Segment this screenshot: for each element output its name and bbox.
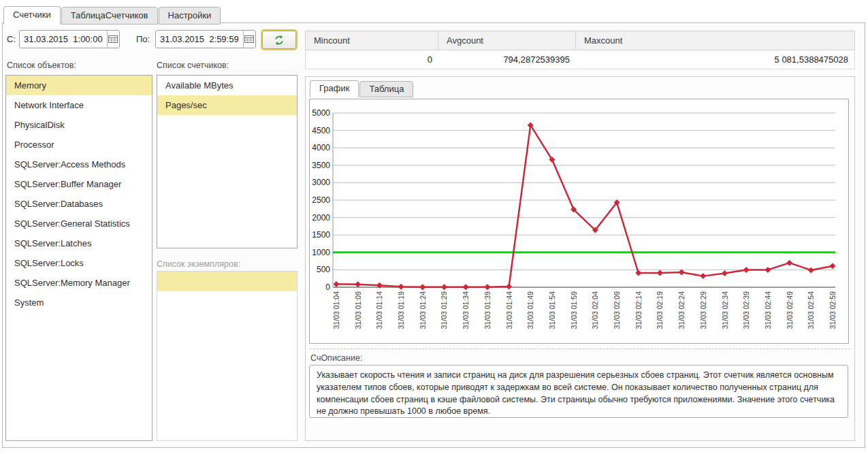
refresh-icon: [274, 35, 285, 46]
svg-text:5000: 5000: [312, 108, 330, 118]
stats-header-avgcount[interactable]: Avgcount: [438, 31, 576, 50]
description-label: СчОписание:: [310, 353, 362, 363]
svg-text:31/03 02:39: 31/03 02:39: [742, 291, 750, 329]
svg-text:31/03 02:59: 31/03 02:59: [829, 291, 837, 329]
list-item[interactable]: PhysicalDisk: [6, 115, 152, 135]
counters-list: Available MBytesPages/sec: [157, 75, 298, 248]
list-item[interactable]: [157, 272, 297, 291]
svg-text:31/03 01:44: 31/03 01:44: [505, 291, 513, 329]
svg-text:500: 500: [317, 265, 330, 274]
svg-text:31/03 01:49: 31/03 01:49: [526, 291, 534, 329]
svg-text:31/03 01:09: 31/03 01:09: [354, 291, 362, 329]
stats-header-row: Mincount Avgcount Maxcount: [305, 31, 855, 50]
svg-text:2500: 2500: [312, 195, 330, 205]
svg-text:31/03 02:44: 31/03 02:44: [764, 291, 772, 329]
list-item[interactable]: System: [6, 293, 152, 312]
objects-list: MemoryNetwork InterfacePhysicalDiskProce…: [5, 75, 152, 441]
stats-table: Mincount Avgcount Maxcount 0 794,2872539…: [305, 31, 855, 69]
svg-text:31/03 02:09: 31/03 02:09: [613, 291, 621, 329]
calendar-icon: [244, 35, 254, 43]
list-item[interactable]: Pages/sec: [157, 95, 297, 115]
list-item[interactable]: SQLServer:Memory Manager: [6, 273, 152, 293]
main-tab-bar: СчетчикиТаблицаСчетчиковНастройки: [3, 6, 221, 25]
svg-text:31/03 01:34: 31/03 01:34: [462, 291, 470, 329]
tab-table[interactable]: Таблица: [359, 81, 413, 97]
list-item[interactable]: SQLServer:Databases: [6, 194, 152, 214]
stats-value-maxcount: 5 081,5388475028: [576, 50, 854, 69]
svg-text:31/03 02:19: 31/03 02:19: [656, 291, 664, 329]
chart-group: ГрафикТаблица 05001000150020002500300035…: [305, 76, 855, 441]
to-label: По:: [136, 34, 150, 44]
svg-text:3000: 3000: [312, 178, 330, 187]
svg-text:31/03 02:14: 31/03 02:14: [634, 291, 643, 329]
stats-header-maxcount[interactable]: Maxcount: [576, 31, 854, 50]
stats-value-row: 0 794,2872539395 5 081,5388475028: [305, 50, 855, 69]
svg-text:31/03 02:34: 31/03 02:34: [721, 291, 729, 329]
tab-counters-table[interactable]: ТаблицаСчетчиков: [61, 7, 158, 25]
stats-value-mincount: 0: [306, 50, 438, 69]
svg-text:31/03 02:29: 31/03 02:29: [699, 291, 707, 329]
svg-text:4500: 4500: [312, 126, 330, 135]
svg-text:0: 0: [325, 282, 330, 292]
list-item[interactable]: SQLServer:Access Methods: [6, 155, 152, 174]
stats-value-avgcount: 794,2872539395: [438, 50, 576, 69]
svg-text:31/03 01:54: 31/03 01:54: [548, 291, 556, 329]
list-item[interactable]: Processor: [6, 135, 152, 155]
instances-list: [157, 271, 298, 441]
svg-text:2000: 2000: [312, 213, 330, 223]
svg-text:31/03 01:04: 31/03 01:04: [332, 291, 340, 329]
app-window: СчетчикиТаблицаСчетчиковНастройки С: 31.…: [0, 0, 868, 454]
counters-list-label: Список счетчиков:: [157, 61, 229, 70]
svg-text:31/03 01:24: 31/03 01:24: [419, 291, 427, 329]
line-chart: 0500100015002000250030003500400045005000…: [310, 99, 848, 343]
from-label: С:: [7, 34, 16, 44]
svg-text:31/03 01:39: 31/03 01:39: [483, 291, 492, 329]
tab-counters[interactable]: Счетчики: [3, 6, 61, 25]
description-box[interactable]: Указывает скорость чтения и записи стран…: [309, 365, 848, 418]
tab-settings[interactable]: Настройки: [159, 7, 221, 25]
stats-header-mincount[interactable]: Mincount: [306, 31, 438, 50]
from-date-input[interactable]: 31.03.2015 1:00:00: [20, 31, 107, 48]
svg-text:31/03 02:49: 31/03 02:49: [786, 291, 794, 329]
chart-canvas[interactable]: 0500100015002000250030003500400045005000…: [309, 99, 849, 344]
refresh-button[interactable]: [262, 31, 296, 49]
list-item[interactable]: SQLServer:Latches: [6, 233, 152, 253]
calendar-icon: [108, 35, 118, 43]
list-item[interactable]: SQLServer:Buffer Manager: [6, 174, 152, 194]
to-date-field: 31.03.2015 2:59:59: [155, 30, 256, 48]
list-item[interactable]: Network Interface: [6, 95, 152, 115]
svg-text:31/03 02:54: 31/03 02:54: [807, 291, 815, 329]
svg-text:1000: 1000: [312, 248, 330, 257]
svg-text:3500: 3500: [312, 161, 330, 170]
svg-text:31/03 02:24: 31/03 02:24: [677, 291, 686, 329]
list-item[interactable]: Available MBytes: [157, 76, 297, 95]
svg-text:31/03 01:29: 31/03 01:29: [440, 291, 448, 329]
svg-text:4000: 4000: [312, 143, 330, 152]
from-date-field: 31.03.2015 1:00:00: [19, 30, 120, 48]
to-calendar-button[interactable]: [243, 31, 255, 48]
svg-text:31/03 02:04: 31/03 02:04: [591, 291, 599, 329]
separator: [310, 348, 850, 349]
from-calendar-button[interactable]: [107, 31, 119, 48]
objects-list-label: Список объектов:: [7, 61, 76, 70]
list-item[interactable]: SQLServer:Locks: [6, 253, 152, 273]
to-date-input[interactable]: 31.03.2015 2:59:59: [156, 31, 243, 48]
tab-chart[interactable]: График: [310, 80, 359, 97]
svg-text:31/03 01:19: 31/03 01:19: [397, 291, 405, 329]
svg-text:31/03 01:14: 31/03 01:14: [375, 291, 383, 329]
list-item[interactable]: SQLServer:General Statistics: [6, 214, 152, 233]
instances-list-label: Список экземпляров:: [157, 259, 240, 269]
svg-text:31/03 01:59: 31/03 01:59: [570, 291, 578, 329]
svg-text:1500: 1500: [312, 230, 330, 240]
chart-tab-bar: ГрафикТаблица: [310, 80, 414, 97]
list-item[interactable]: Memory: [6, 76, 152, 95]
